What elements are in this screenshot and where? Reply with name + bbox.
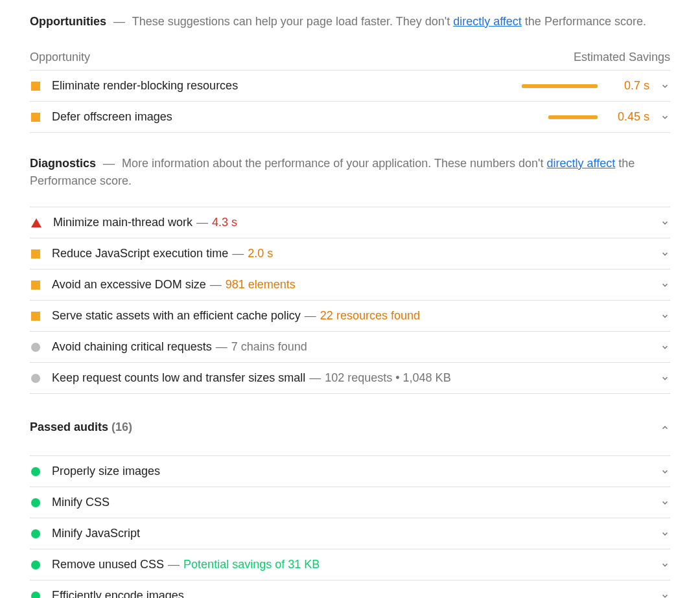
dash-separator: — [309,371,321,384]
passed-audit-row[interactable]: Efficiently encode images [30,581,670,598]
passed-audit-row[interactable]: Remove unused CSS—Potential savings of 3… [30,549,670,581]
diagnostics-heading: Diagnostics — More information about the… [30,155,670,190]
chevron-down-icon [660,592,670,599]
opportunities-title: Opportunities [30,15,106,28]
savings-value: 0.45 s [608,108,649,126]
chevron-up-icon [660,423,670,432]
diagnostic-row[interactable]: Avoid an excessive DOM size—981 elements [30,270,670,301]
opportunities-heading: Opportunities — These suggestions can he… [30,13,670,30]
passed-audit-row[interactable]: Properly size images [30,456,670,487]
savings-bar [548,115,598,119]
passed-audits-title: Passed audits [30,420,108,433]
chevron-down-icon [660,113,670,122]
diagnostics-desc-prefix: More information about the performance o… [122,157,546,170]
diagnostic-label: Minimize main-thread work—4.3 s [53,214,649,231]
passed-audit-label: Minify JavaScript [52,525,649,542]
diagnostic-value: 7 chains found [231,340,307,353]
savings-bar-wrap [520,115,598,119]
passed-audit-row[interactable]: Minify JavaScript [30,518,670,549]
diagnostic-value: 981 elements [226,278,296,291]
opportunities-desc-suffix: the Performance score. [522,15,646,28]
diagnostics-link[interactable]: directly affect [547,157,616,170]
dash-separator: — [305,309,316,322]
chevron-down-icon [660,218,670,227]
dash-separator: — [232,247,244,260]
chevron-down-icon [660,560,670,569]
passed-audit-label: Efficiently encode images [52,587,649,598]
diagnostics-title: Diagnostics [30,157,96,170]
square-icon [31,249,40,259]
circle-icon [31,374,40,383]
passed-audit-label: Properly size images [52,463,649,480]
chevron-down-icon [660,281,670,290]
diagnostic-label: Serve static assets with an efficient ca… [52,307,649,325]
circle-icon [31,343,40,352]
opportunity-row[interactable]: Eliminate render-blocking resources0.7 s [30,71,670,102]
circle-icon [31,529,40,538]
triangle-icon [31,218,41,227]
square-icon [31,113,40,122]
opportunity-column-headers: Opportunity Estimated Savings [30,49,670,66]
chevron-down-icon [660,498,670,507]
chevron-down-icon [660,312,670,321]
circle-icon [31,592,40,599]
square-icon [31,82,40,91]
passed-audits-list: Properly size imagesMinify CSSMinify Jav… [30,455,670,598]
square-icon [31,281,40,290]
savings-bar-wrap [520,84,598,88]
savings-bar [522,84,598,88]
diagnostic-list: Minimize main-thread work—4.3 sReduce Ja… [30,207,670,394]
diagnostic-row[interactable]: Serve static assets with an efficient ca… [30,301,670,332]
diagnostic-label: Avoid an excessive DOM size—981 elements [52,276,649,293]
circle-icon [31,467,40,476]
diagnostic-label: Keep request counts low and transfer siz… [52,369,649,387]
dash-separator: — [216,340,228,353]
passed-audit-value: Potential savings of 31 KB [183,558,320,571]
opportunity-list: Eliminate render-blocking resources0.7 s… [30,70,670,133]
diagnostic-value: 2.0 s [248,247,273,260]
passed-audit-label: Minify CSS [52,494,649,511]
diagnostic-value: 22 resources found [320,309,420,322]
diagnostic-row[interactable]: Reduce JavaScript execution time—2.0 s [30,238,670,270]
diagnostic-row[interactable]: Minimize main-thread work—4.3 s [30,207,670,238]
opportunities-link[interactable]: directly affect [453,15,522,28]
dash-separator: — [196,216,208,229]
diagnostic-row[interactable]: Avoid chaining critical requests—7 chain… [30,332,670,363]
savings-value: 0.7 s [608,77,649,95]
dash-separator: — [103,157,115,170]
opportunity-col-right: Estimated Savings [574,49,670,66]
chevron-down-icon [660,343,670,352]
square-icon [31,312,40,321]
diagnostic-value: 4.3 s [212,216,237,229]
chevron-down-icon [660,467,670,476]
diagnostic-row[interactable]: Keep request counts low and transfer siz… [30,363,670,394]
chevron-down-icon [660,374,670,383]
chevron-down-icon [660,82,670,91]
diagnostic-label: Avoid chaining critical requests—7 chain… [52,338,649,356]
passed-audit-label: Remove unused CSS—Potential savings of 3… [52,556,649,573]
diagnostic-value: 102 requests • 1,048 KB [325,371,450,384]
passed-audits-count: (16) [111,420,132,433]
passed-audits-toggle[interactable]: Passed audits (16) [30,419,670,436]
dash-separator: — [168,558,180,571]
dash-separator: — [210,278,222,291]
opportunity-label: Defer offscreen images [52,108,509,126]
chevron-down-icon [660,249,670,259]
circle-icon [31,498,40,507]
opportunity-col-left: Opportunity [30,49,90,66]
diagnostic-label: Reduce JavaScript execution time—2.0 s [52,245,649,262]
circle-icon [31,560,40,569]
passed-audit-row[interactable]: Minify CSS [30,487,670,518]
opportunity-row[interactable]: Defer offscreen images0.45 s [30,102,670,133]
chevron-down-icon [660,529,670,538]
opportunities-desc-prefix: These suggestions can help your page loa… [132,15,453,28]
dash-separator: — [113,15,125,28]
opportunity-label: Eliminate render-blocking resources [52,77,509,95]
